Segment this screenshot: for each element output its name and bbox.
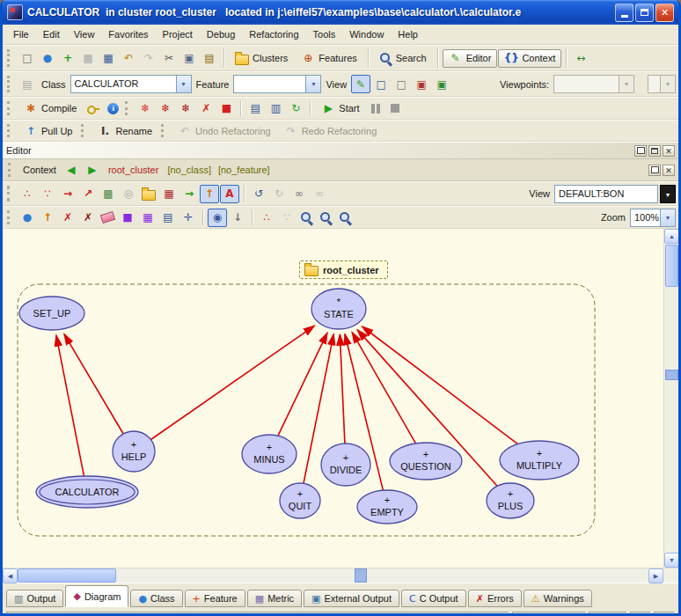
go-to-target-button[interactable]: →	[179, 185, 199, 203]
arrow-divide-to-state[interactable]	[340, 334, 345, 444]
copy-button[interactable]: ▣	[179, 49, 199, 68]
show-links-button[interactable]: ∞	[289, 185, 309, 203]
class-node-question[interactable]: +QUESTION	[390, 443, 462, 480]
compile-button[interactable]: ✱Compile	[18, 99, 83, 118]
toolbar-grip[interactable]	[7, 124, 13, 137]
viewpoints-combo-arrow-icon[interactable]	[619, 76, 633, 92]
vertical-splitter-handle[interactable]	[665, 370, 678, 380]
rename-button[interactable]: I.Rename	[92, 121, 158, 140]
menu-item-view[interactable]: View	[67, 26, 102, 42]
class-node-multiply[interactable]: +MULTIPLY	[500, 441, 579, 480]
cluster-tab[interactable]: root_cluster	[299, 260, 388, 279]
view-flat-button[interactable]: □	[371, 75, 391, 93]
new-class-tool-button[interactable]: ∴	[18, 185, 37, 203]
maximize-button[interactable]	[635, 4, 654, 22]
tab-c-output[interactable]: CC Output	[401, 590, 466, 607]
tab-warnings[interactable]: ⚠Warnings	[524, 590, 592, 607]
pane-float-button[interactable]	[634, 145, 647, 157]
crop-diagram-button[interactable]: ↑	[200, 185, 219, 203]
new-file-button[interactable]: □	[18, 49, 37, 68]
viewpoints-combo[interactable]	[553, 75, 634, 93]
c-compilation-button[interactable]: ■	[216, 99, 236, 118]
fill-color-button[interactable]: ■	[118, 209, 137, 227]
tab-feature[interactable]: +Feature	[185, 590, 245, 607]
redo-refactoring-button[interactable]: ↷Redo Refactoring	[278, 121, 384, 140]
class-node-empty[interactable]: +EMPTY	[357, 490, 417, 524]
view-interface-button[interactable]: ▣	[432, 75, 451, 93]
toolbar-grip[interactable]	[7, 49, 13, 67]
finalize-button[interactable]: ❄	[176, 99, 195, 118]
tab-class[interactable]: ●Class	[130, 590, 182, 607]
context-float-button[interactable]	[648, 165, 661, 176]
zoom-out-button[interactable]	[336, 209, 355, 227]
erase-button[interactable]	[99, 209, 117, 227]
minimize-button[interactable]	[615, 4, 633, 22]
view-clickable-button[interactable]: □	[392, 75, 411, 93]
melt-button[interactable]: ❄	[156, 99, 175, 118]
save-button[interactable]: ▦	[99, 49, 118, 68]
pane-maximize-button[interactable]	[648, 145, 661, 157]
cut-button[interactable]: ✂	[159, 49, 179, 68]
toolbar-grip[interactable]	[81, 124, 87, 137]
add-button[interactable]: +	[58, 49, 77, 68]
feature-combo[interactable]	[233, 75, 321, 93]
close-button[interactable]	[655, 4, 674, 22]
cancel-compile-button[interactable]: ✗	[196, 99, 216, 118]
toolbar-grip[interactable]	[8, 163, 14, 177]
pause-button[interactable]	[367, 99, 385, 118]
redo-button[interactable]: ↷	[139, 49, 158, 68]
arrow-help-to-state[interactable]	[150, 326, 314, 439]
diagram-canvas[interactable]: SET_UP*STATE+HELPCALCULATOR+MINUS+QUIT+D…	[3, 229, 663, 568]
menu-item-debug[interactable]: Debug	[200, 26, 242, 42]
class-node-divide[interactable]: +DIVIDE	[321, 444, 370, 486]
undo-refactoring-button[interactable]: ↶Undo Refactoring	[172, 121, 277, 140]
toolbar-grip[interactable]	[7, 210, 13, 224]
generate-doc-button[interactable]: ▤	[245, 99, 265, 118]
export-web-button[interactable]: ◎	[119, 185, 138, 203]
paste-button[interactable]: ▤	[200, 49, 219, 68]
extra-viewpoints-combo[interactable]	[648, 75, 676, 93]
context-back-button[interactable]: ◀	[62, 161, 81, 180]
class-node-minus[interactable]: +MINUS	[242, 435, 297, 473]
freeze-button[interactable]: ❄	[135, 99, 155, 118]
diagram-view-combo[interactable]: DEFAULT:BON	[554, 185, 658, 203]
class-node-plus[interactable]: +PLUS	[487, 483, 534, 518]
horizontal-scrollbar[interactable]	[3, 568, 678, 583]
zoom-combo[interactable]: 100%	[630, 209, 676, 227]
class-node-quit[interactable]: +QUIT	[280, 483, 320, 518]
pull-up-button[interactable]: ↑Pull Up	[18, 121, 78, 140]
view-contract-button[interactable]: ▣	[412, 75, 431, 93]
tab-diagram[interactable]: ◆Diagram	[65, 585, 128, 607]
save-all-button[interactable]: ▦	[78, 49, 98, 68]
vertical-scroll-thumb[interactable]	[665, 245, 678, 287]
zoom-combo-arrow-icon[interactable]	[660, 209, 675, 226]
inheritance-link-tool-button[interactable]: ↗	[78, 185, 98, 203]
anchor-button[interactable]: ✛	[179, 209, 198, 227]
context-cluster-text[interactable]: root_cluster	[104, 165, 163, 175]
editor-button[interactable]: ✎Editor	[443, 49, 498, 68]
menu-item-favorites[interactable]: Favorites	[101, 26, 155, 42]
class-combo[interactable]: CALCULATOR	[70, 75, 192, 93]
toolbar-grip[interactable]	[125, 101, 131, 115]
export-doc-button[interactable]: ▥	[266, 99, 285, 118]
toolbar-grip[interactable]	[7, 76, 13, 92]
diagram-redo-button[interactable]: ↻	[269, 185, 289, 203]
scroll-right-button[interactable]	[648, 568, 663, 583]
horizontal-splitter-handle[interactable]	[355, 568, 367, 583]
client-link-tool-button[interactable]: →	[58, 185, 77, 203]
diagram-view-dropdown-button[interactable]	[660, 185, 676, 203]
vertical-scrollbar[interactable]	[663, 229, 678, 568]
arrow-minus-to-state[interactable]	[278, 333, 327, 436]
menu-item-help[interactable]: Help	[391, 26, 425, 42]
include-feature-button[interactable]: ↑	[38, 209, 57, 227]
sort-button[interactable]: ↓	[228, 209, 247, 227]
tab-errors[interactable]: ✗Errors	[468, 590, 522, 607]
class-node-state[interactable]: *STATE	[311, 289, 366, 329]
show-relations-button[interactable]: ∴	[257, 209, 276, 227]
menu-item-refactoring[interactable]: Refactoring	[242, 26, 305, 42]
start-button[interactable]: ▶Start	[315, 99, 365, 118]
open-project-button[interactable]: ●	[38, 49, 57, 68]
export-picture-button[interactable]: ▩	[99, 185, 118, 203]
menu-item-window[interactable]: Window	[342, 26, 391, 42]
new-cluster-tool-button[interactable]: ∵	[38, 185, 57, 203]
